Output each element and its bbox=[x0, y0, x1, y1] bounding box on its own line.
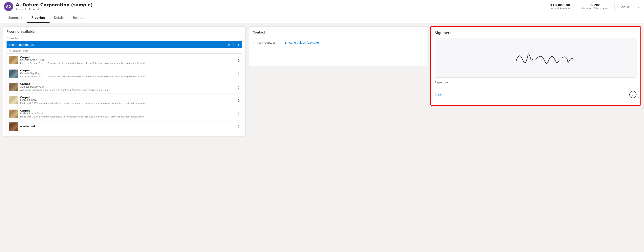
subview-label: FlooringEstimates bbox=[9, 43, 34, 46]
employees-label: Number of Employees bbox=[582, 7, 608, 10]
estimates-label: Estimates bbox=[6, 37, 242, 40]
refresh-icon[interactable]: ↻ bbox=[227, 43, 230, 46]
owner-section: Owner bbox=[620, 5, 629, 8]
item-list: Carpet Caserta Stone Beige Extreme Serie… bbox=[6, 54, 242, 133]
sign-title: Sign here bbox=[435, 31, 636, 35]
list-item[interactable]: Hardwood ❯ bbox=[7, 120, 242, 133]
list-item[interactable]: Carpet Caserta Sky Grey Extreme Series 1… bbox=[7, 67, 242, 80]
item-info: Carpet Ageless Beauty Clay Add some fash… bbox=[20, 82, 236, 92]
header-divider bbox=[576, 2, 576, 10]
flooring-subview-header: FlooringEstimates ↻ ⋮ + bbox=[6, 41, 242, 48]
contact-title: Contact bbox=[253, 30, 423, 34]
item-desc: Made with 100% premium nylon fiber, this… bbox=[20, 102, 236, 105]
annual-revenue-stat: $10,000.00 Annual Revenue bbox=[550, 3, 570, 10]
tab-related[interactable]: Related bbox=[68, 13, 88, 23]
list-item[interactable]: Carpet Lush II Tundra Made with 100% pre… bbox=[7, 94, 242, 107]
item-info: Carpet Caserta Stone Beige Extreme Serie… bbox=[20, 56, 236, 65]
item-category: Carpet bbox=[20, 82, 236, 86]
signature-drawing bbox=[435, 40, 636, 76]
employees-stat: 6,200 Number of Employees bbox=[582, 3, 608, 10]
item-category: Carpet bbox=[20, 69, 236, 72]
filter-icon[interactable]: ⋮ bbox=[232, 43, 235, 46]
page-title: A. Datum Corporation (sample) bbox=[16, 2, 93, 7]
item-info: Hardwood bbox=[20, 125, 236, 128]
primary-contact-label: Primary Contact bbox=[253, 41, 280, 44]
item-name: Lush II Tundra bbox=[20, 99, 236, 102]
item-info: Carpet Lush II Frosty Glade Made with 10… bbox=[20, 109, 236, 118]
item-category: Hardwood bbox=[20, 125, 236, 128]
item-category: Carpet bbox=[20, 56, 236, 59]
item-chevron-icon: ❯ bbox=[238, 72, 240, 75]
flooring-title: Flooring available bbox=[6, 30, 242, 34]
owner-label: Owner bbox=[620, 5, 629, 8]
contact-icon: 👤 bbox=[284, 41, 287, 44]
header-info: A. Datum Corporation (sample) Account · … bbox=[16, 2, 93, 11]
tabs-bar: Summary Flooring Details Related bbox=[0, 13, 644, 23]
item-desc: Add some fashion to your floors with the… bbox=[20, 88, 236, 92]
tab-flooring[interactable]: Flooring bbox=[27, 13, 50, 23]
avatar: AD bbox=[4, 2, 13, 11]
header-divider-2 bbox=[614, 2, 615, 10]
main-content: Flooring available Estimates FlooringEst… bbox=[0, 23, 644, 252]
item-thumbnail bbox=[9, 110, 18, 118]
clear-button[interactable]: Clear bbox=[435, 93, 442, 96]
search-bar: 🔍 bbox=[6, 48, 242, 54]
item-name: Caserta Sky Grey bbox=[20, 72, 236, 75]
subview-icons: ↻ ⋮ + bbox=[227, 43, 240, 46]
item-chevron-icon: ❯ bbox=[238, 59, 240, 62]
item-info: Carpet Caserta Sky Grey Extreme Series 1… bbox=[20, 69, 236, 78]
item-thumbnail bbox=[9, 83, 18, 91]
item-chevron-icon: ❯ bbox=[238, 112, 240, 115]
sign-panel: Sign here Signature Clear ✓ bbox=[430, 26, 641, 106]
header-right: $10,000.00 Annual Revenue 6,200 Number o… bbox=[550, 2, 640, 10]
header: AD A. Datum Corporation (sample) Account… bbox=[0, 0, 644, 13]
contact-name: Rene Valdes (sample) bbox=[289, 41, 319, 44]
flooring-panel: Flooring available Estimates FlooringEst… bbox=[3, 26, 246, 136]
annual-revenue-value: $10,000.00 bbox=[550, 3, 570, 7]
item-chevron-icon: ❯ bbox=[238, 125, 240, 128]
item-desc: Extreme Series 18 in. x 18 in. carpet ti… bbox=[20, 62, 236, 65]
sign-actions: Clear ✓ bbox=[435, 88, 636, 98]
search-icon: 🔍 bbox=[9, 49, 12, 52]
item-thumbnail bbox=[9, 56, 18, 64]
header-left: AD A. Datum Corporation (sample) Account… bbox=[4, 2, 93, 11]
annual-revenue-label: Annual Revenue bbox=[550, 7, 570, 10]
list-item[interactable]: Carpet Caserta Stone Beige Extreme Serie… bbox=[7, 54, 242, 67]
tab-summary[interactable]: Summary bbox=[4, 13, 27, 23]
breadcrumb-separator: · bbox=[27, 8, 28, 11]
item-name: Caserta Stone Beige bbox=[20, 59, 236, 62]
breadcrumb-chevron-icon: ⌄ bbox=[40, 8, 42, 10]
item-chevron-icon: ❯ bbox=[238, 99, 240, 102]
item-thumbnail bbox=[9, 96, 18, 104]
item-name: Ageless Beauty Clay bbox=[20, 86, 236, 88]
item-name: Lush II Frosty Glade bbox=[20, 112, 236, 115]
breadcrumb-account2[interactable]: Account ⌄ bbox=[29, 8, 42, 11]
item-category: Carpet bbox=[20, 96, 236, 99]
primary-contact-row: Primary Contact 👤 Rene Valdes (sample) bbox=[253, 38, 423, 47]
signature-label: Signature bbox=[435, 81, 636, 84]
expand-icon[interactable]: ⌄ bbox=[637, 4, 640, 9]
list-item[interactable]: Carpet Ageless Beauty Clay Add some fash… bbox=[7, 80, 242, 94]
item-thumbnail bbox=[9, 70, 18, 78]
item-chevron-icon: ❯ bbox=[238, 86, 240, 88]
item-thumbnail bbox=[9, 122, 18, 131]
contact-panel: Contact Primary Contact 👤 Rene Valdes (s… bbox=[249, 26, 427, 66]
item-desc: Extreme Series 18 in. x 18 in. carpet ti… bbox=[20, 75, 236, 78]
item-desc: Made with 100% premium nylon fiber, this… bbox=[20, 115, 236, 118]
breadcrumb-account1[interactable]: Account bbox=[16, 8, 26, 11]
confirm-button[interactable]: ✓ bbox=[629, 91, 636, 98]
primary-contact-value[interactable]: 👤 Rene Valdes (sample) bbox=[284, 41, 319, 44]
item-category: Carpet bbox=[20, 109, 236, 112]
item-info: Carpet Lush II Tundra Made with 100% pre… bbox=[20, 96, 236, 105]
breadcrumb: Account · Account ⌄ bbox=[16, 8, 93, 11]
signature-area[interactable] bbox=[435, 38, 636, 78]
list-item[interactable]: Carpet Lush II Frosty Glade Made with 10… bbox=[7, 107, 242, 120]
add-icon[interactable]: + bbox=[237, 43, 240, 46]
tab-details[interactable]: Details bbox=[50, 13, 68, 23]
search-input[interactable] bbox=[13, 49, 240, 52]
employees-value: 6,200 bbox=[582, 3, 608, 7]
